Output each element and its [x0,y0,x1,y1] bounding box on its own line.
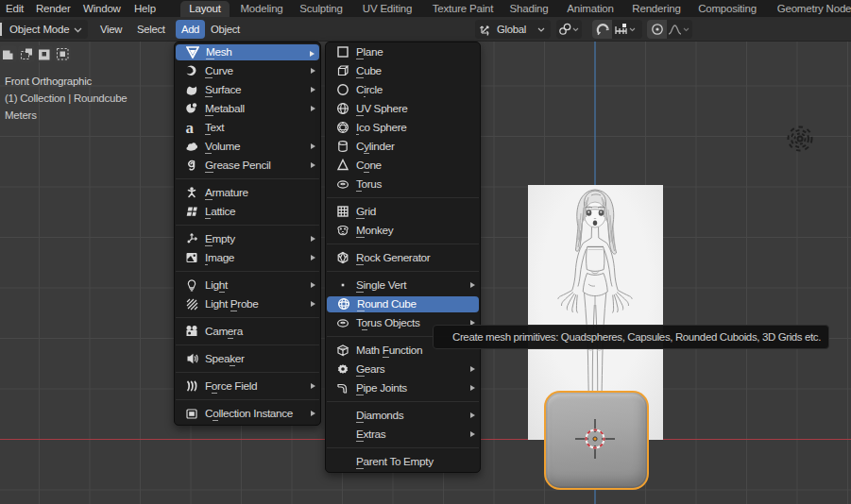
svg-text:a: a [186,121,195,134]
